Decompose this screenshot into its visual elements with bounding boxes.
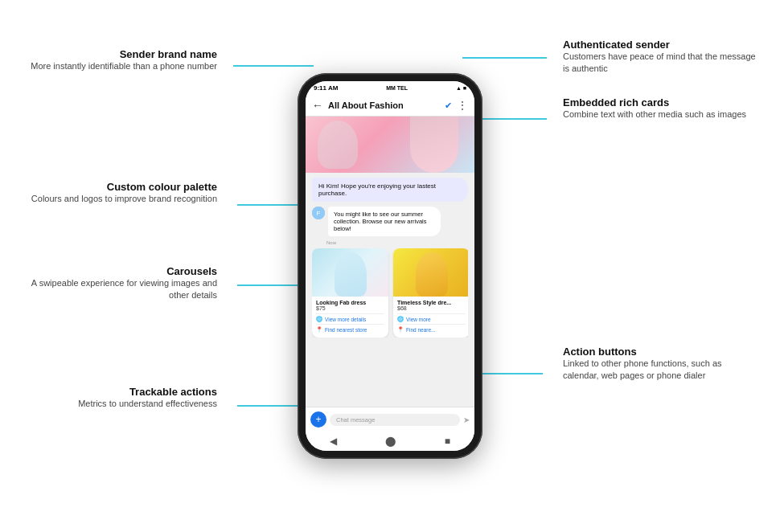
nav-bar: ◀ ⬤ ■ (306, 432, 474, 451)
embedded-rich-cards-desc: Combine text with other media such as im… (563, 108, 756, 121)
menu-icon[interactable]: ⋮ (457, 99, 468, 112)
hero-figure-left (318, 121, 358, 169)
sender-brand-name-annotation: Sender brand name More instantly identif… (24, 48, 217, 72)
location-icon-2: 📍 (397, 326, 404, 333)
hero-figure-right (410, 117, 458, 173)
card-2-body: Timeless Style dre... $68 🌐 View more 📍 … (393, 297, 468, 338)
sender-brand-name-title: Sender brand name (24, 48, 217, 60)
app-title: All About Fashion (328, 100, 440, 110)
card-1-btn-2[interactable]: 📍 Find nearest store (316, 324, 384, 334)
card-2-image (393, 248, 468, 297)
action-buttons-desc: Linked to other phone functions, such as… (563, 358, 756, 383)
card-2-bg (393, 248, 468, 297)
card-1-figure (335, 252, 367, 297)
status-bar: 9:11 AM MM TEL ▲ ■ (306, 81, 474, 95)
carousels-annotation: Carousels A swipeable experience for vie… (24, 265, 217, 302)
authenticated-sender-title: Authenticated sender (563, 39, 756, 51)
globe-icon: 🌐 (316, 316, 322, 322)
app-bar: ← All About Fashion ✔ ⋮ (306, 95, 474, 117)
phone-mockup: 9:11 AM MM TEL ▲ ■ ← All About Fashion ✔… (298, 73, 482, 459)
globe-icon-2: 🌐 (397, 316, 404, 322)
carousels-desc: A swipeable experience for viewing image… (24, 277, 217, 302)
card-1-btn-1[interactable]: 🌐 View more details (316, 313, 384, 324)
embedded-rich-cards-annotation: Embedded rich cards Combine text with ot… (563, 96, 756, 121)
card-1-bg (312, 248, 388, 297)
authenticated-sender-desc: Customers have peace of mind that the me… (563, 51, 756, 76)
chat-input-bar: + Chat message ➤ (306, 407, 474, 432)
trackable-actions-title: Trackable actions (24, 386, 217, 398)
svg-text:F: F (317, 210, 321, 217)
incoming-bubble: You might like to see our summer collect… (328, 207, 441, 236)
message-time: Now (326, 240, 474, 245)
chat-content: Hi Kim! Hope you're enjoying your lastes… (306, 117, 474, 407)
custom-colour-palette-title: Custom colour palette (24, 181, 217, 193)
status-carrier: MM TEL (386, 85, 408, 91)
back-icon[interactable]: ← (312, 99, 323, 112)
status-time: 9:11 AM (314, 84, 338, 92)
card-1-body: Looking Fab dress $75 🌐 View more detail… (312, 297, 388, 338)
status-icons: ▲ ■ (456, 85, 466, 91)
card-2-title: Timeless Style dre... (397, 300, 466, 305)
sender-brand-name-desc: More instantly identifiable than a phone… (24, 60, 217, 72)
verified-icon: ✔ (445, 100, 452, 111)
nav-back-icon[interactable]: ◀ (330, 436, 337, 447)
card-1-title: Looking Fab dress (316, 300, 384, 305)
card-2-btn-2[interactable]: 📍 Find neare... (397, 324, 466, 334)
card-2-btn-1[interactable]: 🌐 View more (397, 313, 466, 324)
phone-screen: 9:11 AM MM TEL ▲ ■ ← All About Fashion ✔… (306, 81, 474, 451)
nav-recent-icon[interactable]: ■ (445, 436, 450, 447)
brand-message: Hi Kim! Hope you're enjoying your lastes… (312, 178, 468, 202)
hero-image (306, 117, 474, 173)
card-1-image (312, 248, 388, 297)
card-1-price: $75 (316, 305, 384, 311)
carousel-card-2[interactable]: Timeless Style dre... $68 🌐 View more 📍 … (393, 248, 468, 338)
card-2-figure (416, 252, 448, 297)
action-buttons-title: Action buttons (563, 346, 756, 358)
trackable-actions-desc: Metrics to understand effectiveness (24, 398, 217, 410)
custom-colour-palette-desc: Colours and logos to improve brand recog… (24, 193, 217, 205)
carousels-title: Carousels (24, 265, 217, 277)
card-2-price: $68 (397, 305, 466, 311)
location-icon: 📍 (316, 326, 322, 333)
carousel-card-1[interactable]: Looking Fab dress $75 🌐 View more detail… (312, 248, 388, 338)
brand-avatar: F (312, 207, 325, 219)
phone-shell: 9:11 AM MM TEL ▲ ■ ← All About Fashion ✔… (298, 73, 482, 459)
send-icon[interactable]: ➤ (463, 415, 470, 424)
nav-home-icon[interactable]: ⬤ (385, 436, 396, 447)
chat-input-field[interactable]: Chat message (330, 414, 460, 426)
embedded-rich-cards-title: Embedded rich cards (563, 96, 756, 108)
authenticated-sender-annotation: Authenticated sender Customers have peac… (563, 39, 756, 76)
incoming-message-wrap: F You might like to see our summer colle… (312, 207, 468, 236)
carousel[interactable]: Looking Fab dress $75 🌐 View more detail… (312, 248, 468, 338)
action-buttons-annotation: Action buttons Linked to other phone fun… (563, 346, 756, 383)
add-button[interactable]: + (310, 411, 326, 428)
custom-colour-palette-annotation: Custom colour palette Colours and logos … (24, 181, 217, 205)
trackable-actions-annotation: Trackable actions Metrics to understand … (24, 386, 217, 410)
